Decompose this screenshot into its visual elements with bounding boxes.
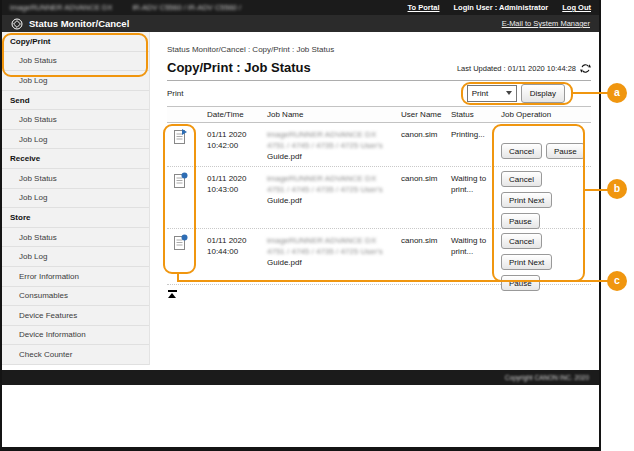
device-series-text: iR-ADV C5560 / iR-ADV C5560 / <box>132 3 241 12</box>
callout-badge-c: c <box>607 271 627 291</box>
print-job-printing-icon <box>173 138 188 147</box>
pause-button[interactable]: Pause <box>546 143 585 159</box>
column-header-job-operation: Job Operation <box>499 110 591 119</box>
cancel-button[interactable]: Cancel <box>501 143 542 159</box>
login-user: Login User : Administrator <box>454 3 549 12</box>
print-next-button[interactable]: Print Next <box>501 254 552 270</box>
job-row: 01/11 202010:44:00imageRUNNER ADVANCE DX… <box>167 229 591 285</box>
log-out-link[interactable]: Log Out <box>562 3 591 12</box>
job-row: 01/11 202010:43:00imageRUNNER ADVANCE DX… <box>167 167 591 229</box>
job-status: Waiting to print... <box>449 229 499 291</box>
sidebar-item-device-information[interactable]: Device Information <box>2 326 149 346</box>
column-header-date-time: Date/Time <box>205 110 265 119</box>
device-model-text: imageRUNNER ADVANCE DX <box>10 3 112 12</box>
sidebar-section-receive: Receive <box>2 149 149 169</box>
job-name: imageRUNNER ADVANCE DX4751 / 4745 / 4735… <box>265 229 399 291</box>
cancel-button[interactable]: Cancel <box>501 233 542 249</box>
callout-badge-b: b <box>607 179 627 199</box>
callout-badge-a: a <box>607 83 627 103</box>
job-name: imageRUNNER ADVANCE DX4751 / 4745 / 4735… <box>265 123 399 166</box>
job-type-label: Print <box>167 89 467 98</box>
page-title: Copy/Print : Job Status <box>167 60 457 75</box>
app-bar: Status Monitor/Cancel E-Mail to System M… <box>2 15 599 32</box>
sidebar: Copy/PrintJob StatusJob LogSendJob Statu… <box>2 32 150 365</box>
job-status: Waiting to print... <box>449 167 499 229</box>
sidebar-item-check-counter[interactable]: Check Counter <box>2 345 149 365</box>
copyright-text: Copyright CANON INC. 2020 <box>505 374 589 381</box>
print-job-waiting-icon <box>173 244 188 253</box>
email-to-system-manager-link[interactable]: E-Mail to System Manager <box>502 19 590 28</box>
job-type-select-value: Print <box>472 89 488 98</box>
job-operations: CancelPrint NextPause <box>499 229 591 291</box>
main-content: Status Monitor/Cancel : Copy/Print : Job… <box>150 32 599 365</box>
job-operations: CancelPause <box>499 123 591 166</box>
refresh-icon[interactable] <box>580 63 591 74</box>
sidebar-item-device-features[interactable]: Device Features <box>2 306 149 326</box>
sidebar-item-job-status[interactable]: Job Status <box>2 110 149 130</box>
sidebar-item-error-information[interactable]: Error Information <box>2 267 149 287</box>
to-portal-link[interactable]: To Portal <box>408 3 440 12</box>
sidebar-section-store: Store <box>2 208 149 228</box>
sidebar-item-job-log[interactable]: Job Log <box>2 71 149 91</box>
breadcrumb: Status Monitor/Cancel : Copy/Print : Job… <box>167 45 591 54</box>
job-status: Printing... <box>449 123 499 166</box>
footer-bar: Copyright CANON INC. 2020 <box>2 370 599 385</box>
remote-ui-window: imageRUNNER ADVANCE DX iR-ADV C5560 / iR… <box>0 0 601 451</box>
column-header-status: Status <box>449 110 499 119</box>
pause-button[interactable]: Pause <box>501 275 540 291</box>
login-user-name: Administrator <box>499 3 548 12</box>
job-user-name: canon.sim <box>399 123 449 166</box>
top-bar: imageRUNNER ADVANCE DX iR-ADV C5560 / iR… <box>2 0 599 15</box>
sidebar-item-job-log[interactable]: Job Log <box>2 189 149 209</box>
job-table-header: Date/TimeJob NameUser NameStatusJob Oper… <box>167 106 591 123</box>
pause-button[interactable]: Pause <box>501 213 540 229</box>
job-datetime: 01/11 202010:42:00 <box>205 123 265 166</box>
print-job-waiting-icon <box>173 182 188 191</box>
sidebar-item-job-status[interactable]: Job Status <box>2 52 149 72</box>
job-table: Date/TimeJob NameUser NameStatusJob Oper… <box>167 106 591 285</box>
print-next-button[interactable]: Print Next <box>501 192 552 208</box>
sidebar-item-job-log[interactable]: Job Log <box>2 130 149 150</box>
sidebar-item-consumables[interactable]: Consumables <box>2 287 149 307</box>
sidebar-item-job-log[interactable]: Job Log <box>2 247 149 267</box>
remote-ui-logo-icon <box>11 18 23 30</box>
sidebar-item-job-status[interactable]: Job Status <box>2 228 149 248</box>
column-header-job-name: Job Name <box>265 110 399 119</box>
job-name: imageRUNNER ADVANCE DX4751 / 4745 / 4735… <box>265 167 399 229</box>
cancel-button[interactable]: Cancel <box>501 171 542 187</box>
last-updated-text: Last Updated : 01/11 2020 10:44:28 <box>457 64 576 73</box>
app-title: Status Monitor/Cancel <box>29 18 502 29</box>
sidebar-section-send: Send <box>2 91 149 111</box>
display-button[interactable]: Display <box>521 84 565 103</box>
job-row: 01/11 202010:42:00imageRUNNER ADVANCE DX… <box>167 123 591 167</box>
job-type-select[interactable]: Print <box>467 85 517 102</box>
job-datetime: 01/11 202010:44:00 <box>205 229 265 291</box>
scroll-to-top-icon[interactable] <box>167 290 177 298</box>
job-user-name: canon.sim <box>399 229 449 291</box>
login-user-label: Login User : <box>454 3 498 12</box>
job-user-name: canon.sim <box>399 167 449 229</box>
job-operations: CancelPrint NextPause <box>499 167 591 229</box>
sidebar-item-job-status[interactable]: Job Status <box>2 169 149 189</box>
sidebar-section-copy-print: Copy/Print <box>2 32 149 52</box>
chevron-down-icon <box>506 91 512 95</box>
job-datetime: 01/11 202010:43:00 <box>205 167 265 229</box>
column-header-user-name: User Name <box>399 110 449 119</box>
